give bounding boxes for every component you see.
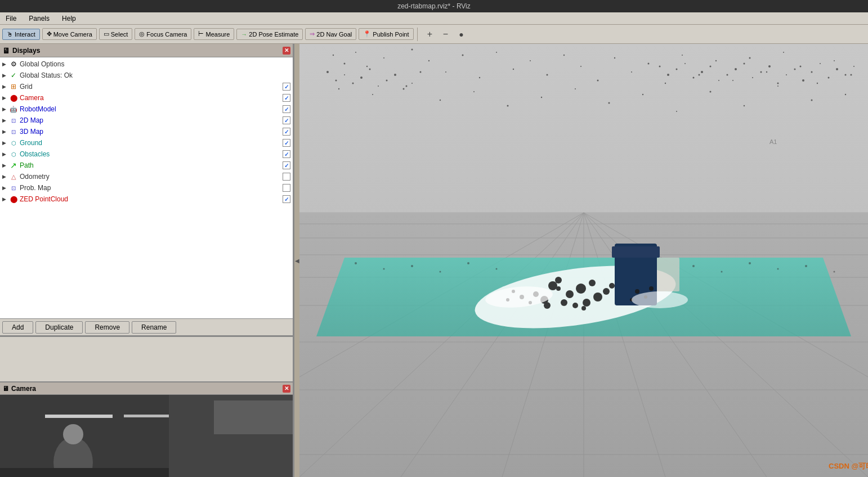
svg-point-66 [735, 68, 737, 70]
camera-image [0, 395, 293, 477]
panel-collapse-handle[interactable]: ◀ [294, 44, 299, 477]
display-item-global-status[interactable]: ▶ ✓ Global Status: Ok [0, 70, 293, 81]
svg-point-129 [572, 303, 578, 308]
move-camera-icon: ✥ [47, 30, 52, 38]
menu-file[interactable]: File [2, 14, 20, 24]
svg-point-33 [732, 80, 733, 81]
checkbox-camera[interactable] [283, 94, 290, 102]
label-global-options: Global Options [20, 60, 290, 68]
zoom-in-button[interactable]: + [423, 28, 437, 41]
checkbox-robotmodel[interactable] [283, 105, 290, 113]
checkbox-zed-pointcloud[interactable] [283, 195, 290, 203]
svg-rect-7 [214, 400, 293, 434]
title-text: zed-rtabmap.rviz* - RViz [397, 2, 471, 10]
svg-point-31 [699, 74, 700, 76]
svg-rect-1 [45, 415, 113, 418]
focus-camera-button[interactable]: ◎ Focus Camera [135, 28, 191, 40]
publish-point-icon: 📍 [363, 30, 371, 38]
remove-button[interactable]: Remove [85, 321, 129, 334]
svg-point-45 [473, 91, 475, 92]
display-item-2dmap[interactable]: ▶ ⊡ 2D Map [0, 115, 293, 126]
display-item-probmap[interactable]: ▶ ⊡ Prob. Map [0, 182, 293, 194]
icon-3dmap: ⊡ [9, 127, 18, 136]
icon-odometry: △ [9, 172, 18, 181]
svg-point-44 [440, 100, 441, 101]
3d-viewport[interactable]: A1 [299, 44, 868, 477]
focus-camera-icon: ◎ [139, 30, 145, 38]
svg-point-22 [547, 74, 548, 76]
label-global-status: Global Status: Ok [20, 71, 290, 79]
checkbox-2dmap[interactable] [283, 116, 290, 124]
svg-point-87 [378, 86, 379, 87]
svg-point-139 [649, 286, 654, 291]
checkbox-3dmap[interactable] [283, 128, 290, 136]
icon-probmap: ⊡ [9, 183, 18, 192]
display-item-ground[interactable]: ▶ ⬡ Ground [0, 137, 293, 148]
display-item-robotmodel[interactable]: ▶ 🤖 RobotModel [0, 104, 293, 115]
rename-button[interactable]: Rename [132, 321, 176, 334]
select-button[interactable]: ▭ Select [99, 28, 133, 40]
display-item-3dmap[interactable]: ▶ ⊡ 3D Map [0, 126, 293, 137]
arrow-global-status: ▶ [2, 73, 9, 78]
svg-point-75 [811, 71, 813, 73]
arrow-ground: ▶ [2, 140, 9, 146]
svg-point-149 [496, 268, 498, 270]
publish-point-button[interactable]: 📍 Publish Point [359, 28, 413, 40]
display-item-zed-pointcloud[interactable]: ▶ ⬤ ZED PointCloud [0, 194, 293, 205]
checkbox-grid[interactable] [283, 83, 290, 91]
svg-point-28 [648, 63, 650, 65]
svg-point-17 [462, 55, 464, 56]
checkbox-ground[interactable] [283, 139, 290, 147]
svg-point-154 [805, 265, 807, 267]
select-icon: ▭ [104, 30, 109, 38]
icon-obstacles: ⬡ [9, 150, 18, 159]
display-item-global-options[interactable]: ▶ ⚙ Global Options [0, 58, 293, 70]
menu-panels[interactable]: Panels [25, 14, 53, 24]
svg-text:A1: A1 [769, 138, 777, 145]
svg-point-24 [580, 66, 581, 67]
camera-panel-header: 🖥 Camera ✕ [0, 381, 293, 395]
checkbox-odometry[interactable] [283, 173, 290, 181]
svg-point-36 [783, 52, 784, 53]
camera-panel-close[interactable]: ✕ [283, 385, 290, 393]
checkbox-obstacles[interactable] [283, 150, 290, 158]
svg-point-38 [817, 83, 818, 84]
svg-point-52 [710, 91, 712, 93]
zoom-out-button[interactable]: − [439, 28, 453, 41]
displays-panel-title: Displays [12, 47, 40, 55]
svg-point-32 [715, 60, 717, 61]
add-button[interactable]: Add [2, 321, 33, 334]
move-camera-button[interactable]: ✥ Move Camera [42, 28, 97, 40]
main-layout: 🖥 Displays ✕ ▶ ⚙ Global Options ▶ ✓ Glob… [0, 44, 868, 477]
svg-point-91 [411, 83, 413, 84]
measure-button[interactable]: ⊢ Measure [194, 28, 234, 40]
display-item-obstacles[interactable]: ▶ ⬡ Obstacles [0, 148, 293, 160]
display-item-grid[interactable]: ▶ ⊞ Grid [0, 81, 293, 92]
svg-point-131 [544, 302, 551, 309]
display-item-odometry[interactable]: ▶ △ Odometry [0, 171, 293, 182]
left-panel: 🖥 Displays ✕ ▶ ⚙ Global Options ▶ ✓ Glob… [0, 44, 294, 477]
svg-point-71 [777, 83, 779, 84]
svg-point-137 [635, 289, 639, 294]
2d-pose-button[interactable]: → 2D Pose Estimate [236, 29, 303, 40]
svg-point-51 [676, 111, 677, 112]
2d-pose-icon: → [241, 31, 247, 38]
duplicate-button[interactable]: Duplicate [35, 321, 83, 334]
icon-zed-pointcloud: ⬤ [9, 195, 18, 204]
label-grid: Grid [20, 83, 283, 91]
checkbox-path[interactable] [283, 161, 290, 169]
svg-point-39 [834, 60, 835, 61]
svg-point-92 [420, 71, 422, 73]
svg-point-54 [777, 86, 778, 87]
camera-view-button[interactable]: ● [455, 28, 468, 41]
interact-button[interactable]: 🖱 Interact [2, 29, 40, 40]
arrow-probmap: ▶ [2, 185, 9, 191]
camera-panel-icon: 🖥 [2, 385, 9, 393]
display-item-path[interactable]: ▶ ↗ Path [0, 160, 293, 171]
2d-nav-button[interactable]: ⇒ 2D Nav Goal [305, 28, 356, 40]
display-item-camera[interactable]: ▶ ⬤ Camera [0, 92, 293, 104]
displays-panel-close[interactable]: ✕ [283, 47, 290, 55]
icon-2dmap: ⊡ [9, 116, 18, 125]
checkbox-probmap[interactable] [283, 184, 290, 192]
menu-help[interactable]: Help [59, 14, 79, 24]
